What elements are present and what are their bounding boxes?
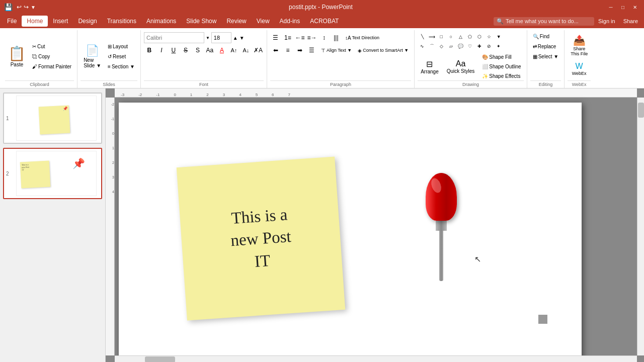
slide-canvas[interactable]: This is a new Post IT ↖ [119, 103, 582, 361]
text-direction-button[interactable]: ↕A Text Direction [343, 34, 382, 42]
titlebar-left: 💾 ↩ ↪ ▼ [4, 3, 36, 11]
menu-animations[interactable]: Animations [141, 16, 181, 27]
slide-thumb-2[interactable]: 2 This is anew PostIT 📌 [3, 148, 102, 199]
bullets-button[interactable]: ☰ [270, 32, 281, 43]
small-square-object[interactable] [538, 315, 547, 324]
redo-icon[interactable]: ↪ [24, 4, 29, 11]
cut-button[interactable]: ✂ Cut [30, 42, 74, 51]
increase-indent-button[interactable]: ≡→ [306, 32, 317, 43]
menu-acrobat[interactable]: ACROBAT [305, 16, 344, 27]
font-dropdown-icon[interactable]: ▼ [206, 36, 210, 40]
menu-file[interactable]: File [2, 16, 22, 27]
save-icon[interactable]: 💾 [4, 3, 13, 11]
shape-pentagon[interactable]: ⬠ [465, 32, 474, 41]
menu-view[interactable]: View [252, 16, 275, 27]
shape-diamond[interactable]: ◇ [437, 42, 446, 51]
minimize-button[interactable]: ─ [606, 4, 616, 11]
share-this-file-button[interactable]: 📤 ShareThis File [568, 32, 591, 58]
font-size-input[interactable] [211, 32, 231, 43]
font-size-decrease-icon[interactable]: ▼ [239, 35, 245, 41]
shape-triangle[interactable]: △ [456, 32, 465, 41]
format-painter-button[interactable]: 🖌 Format Painter [30, 62, 74, 71]
share-this-file-icon: 📤 [573, 34, 586, 46]
ruler-vertical: -2 -1 0 1 2 3 4 [106, 98, 115, 355]
align-right-button[interactable]: ➡ [294, 45, 305, 56]
replace-button[interactable]: ⇄ Replace [530, 42, 559, 51]
new-slide-button[interactable]: 📄 NewSlide ▼ [80, 42, 104, 70]
line-spacing-button[interactable]: ↕ [318, 32, 330, 43]
shape-hexagon[interactable]: ⬡ [475, 32, 484, 41]
shape-rect[interactable]: □ [437, 32, 446, 41]
titlebar: 💾 ↩ ↪ ▼ postit.pptx - PowerPoint ─ □ ✕ [0, 0, 644, 14]
change-case-button[interactable]: Aa [204, 45, 215, 56]
text-shadow-button[interactable]: S [192, 45, 203, 56]
underline-button[interactable]: U [168, 45, 179, 56]
copy-button[interactable]: ⿻ Copy [30, 52, 74, 61]
customize-qat-icon[interactable]: ▼ [31, 5, 36, 10]
clear-format-button[interactable]: ✗A [253, 45, 264, 56]
menu-review[interactable]: Review [221, 16, 251, 27]
menu-transitions[interactable]: Transitions [102, 16, 141, 27]
align-text-button[interactable]: ⊤ Align Text ▼ [318, 46, 354, 55]
shape-fill-button[interactable]: 🎨 Shape Fill [479, 53, 523, 61]
menu-home[interactable]: Home [22, 16, 48, 27]
shapes-more[interactable]: ▼ [494, 32, 503, 41]
justify-button[interactable]: ☰ [306, 45, 317, 56]
strikethrough-button[interactable]: S [180, 45, 191, 56]
italic-button[interactable]: I [156, 45, 167, 56]
drawing-label: Drawing [418, 80, 524, 87]
section-button[interactable]: ≡ Section ▼ [105, 62, 137, 71]
shape-cross[interactable]: ✚ [475, 42, 484, 51]
decrease-indent-button[interactable]: ←≡ [294, 32, 305, 43]
layout-button[interactable]: ⊞ Layout [105, 42, 137, 51]
numbering-button[interactable]: 1≡ [282, 32, 293, 43]
font-color-button[interactable]: A [216, 45, 227, 56]
shape-parallelogram[interactable]: ▱ [446, 42, 455, 51]
search-box[interactable]: 🔍 Tell me what you want to do... [494, 17, 594, 26]
font-size-increase-icon[interactable]: ▲ [233, 35, 238, 41]
reset-button[interactable]: ↺ Reset [105, 52, 137, 61]
shape-forbidden[interactable]: ⊘ [485, 42, 494, 51]
share-button[interactable]: Share [619, 16, 642, 26]
horizontal-scrollbar[interactable] [115, 355, 637, 362]
align-left-button[interactable]: ⬅ [270, 45, 281, 56]
quick-styles-button[interactable]: Aa Quick Styles [444, 57, 478, 76]
shape-connector[interactable]: ⌒ [427, 42, 436, 51]
main-area: 1 📌 2 This is anew PostIT 📌 -3 [0, 88, 644, 362]
bold-button[interactable]: B [144, 45, 155, 56]
paste-button[interactable]: 📋 Paste [5, 43, 29, 69]
webex-button[interactable]: W WebEx [569, 60, 590, 78]
font-name-input[interactable] [144, 32, 204, 43]
shape-star[interactable]: ☆ [485, 32, 494, 41]
menu-design[interactable]: Design [73, 16, 102, 27]
shape-line[interactable]: ╲ [418, 32, 427, 41]
menu-insert[interactable]: Insert [48, 16, 73, 27]
menu-add-ins[interactable]: Add-ins [275, 16, 305, 27]
shape-heart[interactable]: ♡ [465, 42, 474, 51]
shape-curve[interactable]: ∿ [418, 42, 427, 51]
shape-oval[interactable]: ○ [446, 32, 455, 41]
webex-icon: W [576, 62, 583, 71]
find-button[interactable]: 🔍 Find [530, 32, 552, 41]
postit-note[interactable]: This is a new Post IT [177, 156, 346, 320]
shape-outline-button[interactable]: ⬜ Shape Outline [479, 62, 523, 71]
shape-arrow[interactable]: ⟶ [427, 32, 436, 41]
increase-font-button[interactable]: A↑ [228, 45, 239, 56]
slide-thumb-1[interactable]: 1 📌 [3, 93, 102, 144]
sign-in-button[interactable]: Sign in [594, 16, 619, 26]
shape-effects-button[interactable]: ✨ Shape Effects [479, 72, 523, 80]
align-center-button[interactable]: ≡ [282, 45, 293, 56]
vertical-scrollbar[interactable] [637, 98, 644, 355]
shape-callout[interactable]: 💬 [456, 42, 465, 51]
arrange-button[interactable]: ⊟ Arrange [418, 57, 442, 76]
select-button[interactable]: ▦ Select ▼ [530, 52, 561, 61]
undo-icon[interactable]: ↩ [17, 4, 22, 11]
shape-misc[interactable]: ✦ [494, 42, 503, 51]
decrease-font-button[interactable]: A↓ [240, 45, 252, 56]
close-button[interactable]: ✕ [630, 4, 640, 11]
pushpin[interactable] [426, 173, 457, 281]
restore-button[interactable]: □ [618, 4, 628, 11]
convert-smartart-button[interactable]: ◈ Convert to SmartArt ▼ [355, 46, 411, 55]
menu-slide-show[interactable]: Slide Show [181, 16, 221, 27]
columns-button[interactable]: ||| [331, 32, 342, 43]
